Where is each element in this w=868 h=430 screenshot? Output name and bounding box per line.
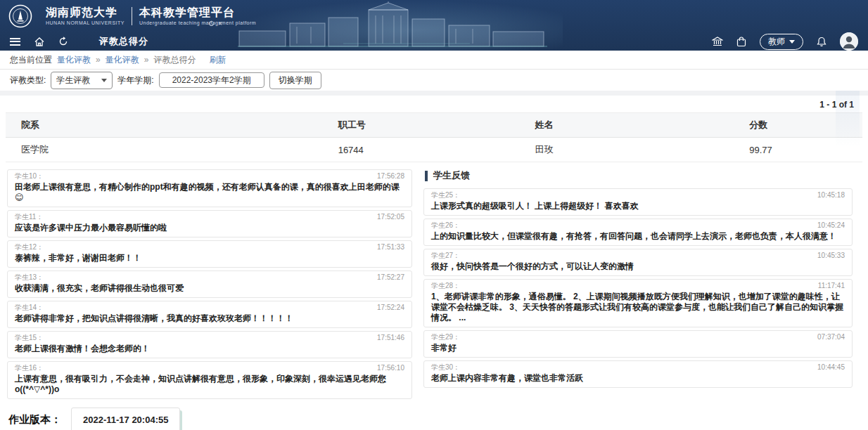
eval-type-select[interactable]: 学生评教 <box>51 72 113 89</box>
comment-text: 上课形式真的超级吸引人！ 上课上得超级好！ 喜欢喜欢 <box>431 201 845 211</box>
comment-card: 学生11：17:52:05 应该是许多课中压力最小最容易听懂的啦 <box>7 210 412 237</box>
comment-text: 应该是许多课中压力最小最容易听懂的啦 <box>15 223 404 233</box>
comment-time: 17:51:46 <box>377 334 404 342</box>
term-label: 学年学期: <box>117 74 153 86</box>
col-header-name: 姓名 <box>520 113 734 138</box>
user-avatar[interactable] <box>840 32 858 51</box>
breadcrumb-prefix: 您当前位置 <box>10 54 52 66</box>
comment-card: 学生25：10:45:18 上课形式真的超级吸引人！ 上课上得超级好！ 喜欢喜欢 <box>423 188 853 216</box>
feedback-panel-title: 学生反馈 <box>425 169 853 182</box>
university-name: 湖南师范大学 <box>46 6 125 19</box>
comment-author: 学生12： <box>15 243 44 252</box>
comment-time: 10:44:45 <box>817 363 845 372</box>
col-header-department: 院系 <box>6 113 323 138</box>
brand-divider <box>132 7 132 25</box>
tab-controls: × <box>208 20 222 27</box>
comment-time: 10:45:24 <box>817 221 845 230</box>
comment-card: 学生13：17:52:27 收获满满，很充实，老师讲得很生动也很可爱 <box>7 271 412 298</box>
comment-time: 10:45:18 <box>817 191 845 200</box>
breadcrumb-link-quantitative[interactable]: 量化评教 <box>57 54 91 66</box>
version-label: 作业版本： <box>8 413 61 426</box>
section-divider <box>0 91 868 96</box>
breadcrumb: 您当前位置 量化评教 » 量化评教 » 评教总得分 刷新 <box>0 51 868 70</box>
institution-icon[interactable] <box>712 37 723 46</box>
comment-time: 17:52:27 <box>377 273 404 282</box>
comment-text: 非常好 <box>431 343 845 353</box>
comment-card: 学生12：17:51:33 泰裤辣，非常好，谢谢田老师！！ <box>7 240 412 268</box>
comment-author: 学生28： <box>431 282 460 290</box>
tab-close-icon[interactable]: × <box>218 20 222 27</box>
comment-text: 收获满满，很充实，老师讲得很生动也很可爱 <box>15 283 404 294</box>
comment-author: 学生30： <box>431 363 460 372</box>
comment-time: 17:52:05 <box>377 213 404 221</box>
university-name-en: HUNAN NORMAL UNIVERSITY <box>46 20 125 26</box>
comment-author: 学生29： <box>431 333 460 341</box>
cell-staff-id: 16744 <box>323 138 520 162</box>
platform-name-en: Undergraduate teaching management platfo… <box>139 20 256 26</box>
comment-card: 学生30：10:44:45 老师上课内容非常有趣，课堂也非常活跃 <box>423 360 853 388</box>
notifications-bell-icon[interactable] <box>817 37 826 47</box>
comment-card: 学生16：17:56:10 上课有意思，很有吸引力，不会走神，知识点讲解很有意思… <box>7 361 412 399</box>
score-table: 院系 职工号 姓名 分数 医学院 16744 田玫 99.77 <box>6 112 862 162</box>
comment-text: 老师上课很有激情！会想念老师的！ <box>15 344 404 354</box>
tab-evaluation-score[interactable]: 评教总得分 <box>99 35 148 48</box>
comment-author: 学生14： <box>15 304 44 312</box>
comment-time: 11:17:41 <box>818 282 845 290</box>
breadcrumb-current: 评教总得分 <box>153 54 196 66</box>
filter-bar: 评教类型: 学生评教 学年学期: 切换学期 <box>0 70 868 91</box>
comment-author: 学生13： <box>15 273 44 282</box>
comment-time: 17:51:33 <box>377 243 404 252</box>
comment-author: 学生26： <box>431 221 460 230</box>
tab-refresh-icon[interactable] <box>208 20 215 27</box>
university-seal-logo <box>8 4 32 28</box>
chevron-down-icon <box>101 79 107 82</box>
comment-author: 学生27： <box>431 252 460 260</box>
feedback-panel: 学生反馈 学生25：10:45:18 上课形式真的超级吸引人！ 上课上得超级好！… <box>423 169 853 402</box>
platform-name: 本科教学管理平台 <box>139 6 256 19</box>
comment-card: 学生26：10:45:24 上的知识量比较大，但课堂很有趣，有抢答，有回答问题，… <box>423 219 853 246</box>
comment-author: 学生11： <box>15 213 43 221</box>
pagination-info: 1 - 1 of 1 <box>0 96 868 112</box>
comment-text: 1、老师讲课非常的形象，通俗易懂。 2、上课期间视频播放既方便我们理解知识，也增… <box>431 292 845 323</box>
breadcrumb-separator: » <box>144 55 149 65</box>
version-value-button[interactable]: 2022-11-17 20:04:55 <box>71 408 180 430</box>
comment-time: 17:52:24 <box>377 304 404 312</box>
refresh-link[interactable]: 刷新 <box>209 54 226 66</box>
comment-time: 10:45:33 <box>817 252 845 260</box>
comment-text: 上课有意思，很有吸引力，不会走神，知识点讲解很有意思，很形象，印象深刻，很幸运遇… <box>15 374 404 395</box>
cell-department: 医学院 <box>6 138 323 162</box>
chevron-down-icon <box>789 40 795 44</box>
role-label: 教师 <box>768 36 785 48</box>
comment-time: 07:37:04 <box>817 333 845 341</box>
eval-type-value: 学生评教 <box>56 74 90 86</box>
refresh-icon[interactable] <box>58 37 68 46</box>
comment-text: 泰裤辣，非常好，谢谢田老师！！ <box>15 253 404 263</box>
comment-text: 老师讲得非常好，把知识点讲得很清晰，我真的好喜欢玫玫老师！！！！！ <box>15 313 404 324</box>
comment-text: 上的知识量比较大，但课堂很有趣，有抢答，有回答问题，也会请同学上去演示，老师也负… <box>431 231 845 242</box>
term-input[interactable] <box>159 72 264 88</box>
comments-region: 学生10：17:56:28 田老师上课很有意思，有精心制作的ppt和有趣的视频，… <box>0 162 868 402</box>
comment-author: 学生16： <box>15 364 44 372</box>
title-accent-bar <box>425 171 428 181</box>
cell-name: 田玫 <box>520 138 734 162</box>
col-header-staff-id: 职工号 <box>323 113 520 138</box>
role-dropdown[interactable]: 教师 <box>760 34 803 50</box>
comment-author: 学生15： <box>15 334 44 342</box>
comment-card: 学生29：07:37:04 非常好 <box>423 330 853 358</box>
menu-icon[interactable] <box>10 38 20 46</box>
comment-author: 学生10： <box>15 172 44 181</box>
store-bag-icon[interactable] <box>736 37 746 47</box>
version-row: 作业版本： 2022-11-17 20:04:55 <box>8 408 868 430</box>
switch-term-button[interactable]: 切换学期 <box>269 72 321 89</box>
comment-text: 田老师上课很有意思，有精心制作的ppt和有趣的视频，还有老师认真备的课，真的很喜… <box>15 182 404 203</box>
comment-card: 学生15：17:51:46 老师上课很有激情！会想念老师的！ <box>7 331 412 358</box>
table-header-row: 院系 职工号 姓名 分数 <box>6 113 862 138</box>
home-icon[interactable] <box>34 37 44 46</box>
comments-left-column: 学生10：17:56:28 田老师上课很有意思，有精心制作的ppt和有趣的视频，… <box>7 169 412 402</box>
comment-text: 很好，快问快答是一个很好的方式，可以让人变的激情 <box>431 261 845 272</box>
eval-type-label: 评教类型: <box>10 74 46 86</box>
comment-card: 学生14：17:52:24 老师讲得非常好，把知识点讲得很清晰，我真的好喜欢玫玫… <box>7 301 412 328</box>
col-header-score: 分数 <box>734 113 862 138</box>
breadcrumb-link-quantitative-2[interactable]: 量化评教 <box>106 54 139 66</box>
comment-author: 学生25： <box>431 191 460 200</box>
